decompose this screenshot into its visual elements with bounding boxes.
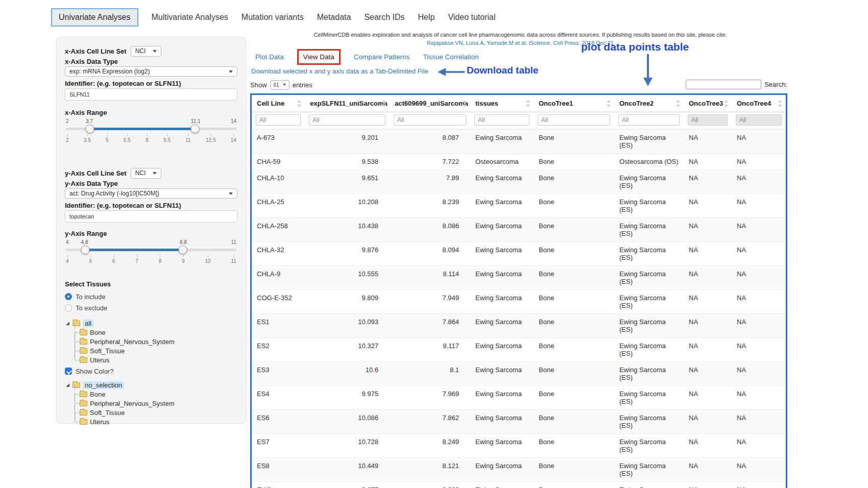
y-identifier-input[interactable] <box>65 210 237 223</box>
cell: Osteosarcoma <box>470 154 534 170</box>
filter-input-cell-line[interactable] <box>256 114 301 126</box>
filter-input-oncotree2[interactable] <box>618 114 680 126</box>
filter-input-oncotree3[interactable] <box>688 114 728 126</box>
column-header-cell-line[interactable]: Cell Line <box>252 95 305 112</box>
subtabs: Plot DataView DataCompare PatternsTissue… <box>255 51 790 62</box>
cell: Ewing Sarcoma <box>470 410 534 434</box>
filter-input-tissues[interactable] <box>474 114 529 126</box>
y-range-slider[interactable]: 4 4.8 8.8 11 4567891011 <box>65 238 237 265</box>
slider-track[interactable] <box>66 128 236 130</box>
cell: Ewing Sarcoma <box>470 362 534 386</box>
nav-tab-univariate-analyses[interactable]: Univariate Analyses <box>51 8 138 27</box>
cell: Ewing Sarcoma (ES) <box>614 482 684 488</box>
cell: NA <box>684 362 732 386</box>
subtab-view-data[interactable]: View Data <box>297 49 341 65</box>
entries-select[interactable]: 61 <box>270 80 290 90</box>
cell: 10.086 <box>305 410 390 434</box>
tree-node-soft-tissue[interactable]: Soft_Tissue <box>73 346 237 355</box>
subtab-tissue-correlation[interactable]: Tissue Correlation <box>423 53 478 61</box>
slider-track[interactable] <box>66 249 236 251</box>
select-tissues-label: Select Tissues <box>65 280 237 288</box>
slider-tick: 2 <box>66 134 69 143</box>
cell: CHLA-10 <box>252 170 305 194</box>
filter-input-oncotree4[interactable] <box>736 114 782 126</box>
expand-icon[interactable] <box>66 383 69 387</box>
nav-tab-multivariate-analyses[interactable]: Multivariate Analyses <box>152 9 228 26</box>
cell: 7.864 <box>390 314 470 338</box>
subtab-plot-data[interactable]: Plot Data <box>255 53 284 61</box>
tree-node-bone[interactable]: Bone <box>73 328 237 337</box>
cell: 10.6 <box>305 362 390 386</box>
column-header-oncotree1[interactable]: OncoTree1 <box>534 95 614 112</box>
citation-link[interactable]: Rajapakse.VN, Luna.A, Yamade.M et al. iS… <box>250 40 790 46</box>
slider-handle-low[interactable] <box>86 125 94 133</box>
download-link[interactable]: Download selected x and y axis data as a… <box>251 67 428 75</box>
cell: NA <box>684 482 732 488</box>
tree-root-label: no_selection <box>83 381 124 389</box>
cell: Ewing Sarcoma <box>470 386 534 410</box>
expand-icon[interactable] <box>66 322 69 325</box>
cell: 9.677 <box>305 482 390 488</box>
select-value: act: Drug Activity (-log10[IC50M]) <box>69 190 229 197</box>
column-header-oncotree4[interactable]: OncoTree4 <box>732 95 786 112</box>
tree-node-no-selection[interactable]: no_selection <box>66 380 237 389</box>
tree-node-label: Peripheral_Nervous_System <box>90 338 174 346</box>
column-header-expslfn11-unisarcoma[interactable]: expSLFN11_uniSarcoma <box>305 95 390 112</box>
column-header-oncotree3[interactable]: OncoTree3 <box>684 95 732 112</box>
x-identifier-input[interactable] <box>65 88 237 101</box>
y-cell-line-set-select[interactable]: NCI <box>131 168 162 179</box>
x-range-slider[interactable]: 2 3.7 11.1 14 23.556.589.51112.514 <box>65 117 237 144</box>
cell: Ewing Sarcoma <box>470 482 534 488</box>
cell: CHA-59 <box>252 154 305 170</box>
cell: NA <box>684 434 732 458</box>
column-header-label: OncoTree4 <box>737 100 771 107</box>
subtab-compare-patterns[interactable]: Compare Patterns <box>354 53 410 61</box>
x-cell-line-set-select[interactable]: NCI <box>131 46 162 57</box>
cell: CHLA-9 <box>252 266 305 290</box>
cell: NA <box>732 458 786 482</box>
nav-tab-video-tutorial[interactable]: Video tutorial <box>448 9 495 26</box>
x-data-type-select[interactable]: exp: mRNA Expression (log2) <box>65 66 237 77</box>
radio-to-include[interactable]: To include <box>65 292 237 301</box>
down-arrow-icon <box>641 53 655 87</box>
tree-node-label: Soft_Tissue <box>90 347 125 355</box>
tree-node-uterus[interactable]: Uterus <box>73 355 237 364</box>
nav-tab-search-ids[interactable]: Search IDs <box>364 9 404 26</box>
radio-to-exclude[interactable]: To exclude <box>65 303 237 312</box>
filter-cell <box>390 112 470 130</box>
column-header-tissues[interactable]: tissues <box>470 95 534 112</box>
cell: Ewing Sarcoma <box>470 170 534 194</box>
tree-node-bone[interactable]: Bone <box>73 389 237 399</box>
column-header-oncotree2[interactable]: OncoTree2 <box>614 95 684 112</box>
tree-node-peripheral-nervous-system[interactable]: Peripheral_Nervous_System <box>73 399 237 408</box>
filter-input-expslfn11-unisarcoma[interactable] <box>309 114 385 126</box>
cell: 9.201 <box>305 130 390 154</box>
slider-handle-high[interactable] <box>191 125 200 133</box>
left-arrow-icon <box>437 67 466 77</box>
slider-handle-high[interactable] <box>179 246 187 254</box>
tree-node-all[interactable]: all <box>66 319 237 328</box>
radio-unselected-icon <box>65 304 72 311</box>
table-row: ES49.9757.969Ewing SarcomaBoneEwing Sarc… <box>252 386 786 410</box>
cell: Ewing Sarcoma (ES) <box>614 170 684 194</box>
slider-handle-low[interactable] <box>81 246 90 254</box>
top-nav: Univariate AnalysesMultivariate Analyses… <box>51 8 496 27</box>
filter-input-oncotree1[interactable] <box>538 114 610 126</box>
tree-node-uterus[interactable]: Uterus <box>73 417 237 426</box>
search-input[interactable] <box>686 80 761 89</box>
tree-node-peripheral-nervous-system[interactable]: Peripheral_Nervous_System <box>73 337 237 346</box>
nav-tab-mutation-variants[interactable]: Mutation variants <box>242 9 304 26</box>
cell: 7.949 <box>390 290 470 314</box>
show-color-checkbox[interactable]: Show Color? <box>65 367 237 376</box>
column-header-act609699-unisarcoma[interactable]: act609699_uniSarcoma <box>390 95 470 112</box>
nav-tab-help[interactable]: Help <box>418 9 435 26</box>
filter-input-act609699-unisarcoma[interactable] <box>394 114 466 126</box>
tree-node-soft-tissue[interactable]: Soft_Tissue <box>73 408 237 417</box>
checkbox-checked-icon <box>65 368 72 375</box>
cell: ES7 <box>252 434 305 458</box>
slider-tick: 8 <box>146 134 149 143</box>
y-data-type-select[interactable]: act: Drug Activity (-log10[IC50M]) <box>65 188 237 199</box>
nav-tab-metadata[interactable]: Metadata <box>317 9 351 26</box>
cell: 10.208 <box>305 194 390 218</box>
cell: Bone <box>534 482 614 488</box>
